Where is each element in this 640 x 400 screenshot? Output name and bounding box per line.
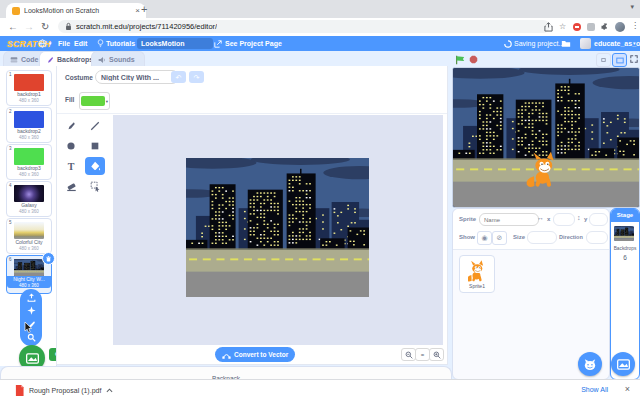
sprite-name-input[interactable] — [479, 213, 539, 226]
small-stage-button[interactable] — [596, 53, 611, 67]
backdrop-add-icon — [617, 359, 630, 370]
stop-icon[interactable] — [469, 55, 478, 64]
bookmark-star-icon[interactable]: ☆ — [559, 22, 566, 31]
costume-name-input[interactable] — [95, 70, 179, 84]
scratch-header: SCRATCH ▾ File Edit Tutorials See Projec… — [0, 36, 640, 51]
circle-tool[interactable] — [61, 137, 81, 155]
backdrop-thumb-night-city — [14, 259, 44, 276]
line-tool-icon — [90, 121, 100, 131]
backdrops-count-label: Backdrops — [611, 246, 639, 251]
eraser-tool-icon — [66, 181, 77, 192]
saving-spinner-icon — [504, 40, 512, 48]
language-globe-icon[interactable] — [38, 39, 47, 48]
redo-button[interactable]: ↷ — [189, 71, 204, 83]
delete-backdrop-button[interactable] — [42, 252, 55, 265]
canvas-backdrop-image[interactable] — [186, 158, 369, 297]
sprite-tile[interactable]: Sprite1 — [459, 255, 495, 293]
add-sprite-button[interactable] — [578, 352, 602, 376]
tabstrip-caret-icon[interactable]: ▾ — [630, 3, 634, 11]
circle-tool-icon — [66, 141, 76, 151]
stage-selector-header: Stage — [611, 209, 639, 222]
text-tool[interactable]: T — [61, 157, 81, 175]
show-hidden-button[interactable]: ⊘ — [492, 231, 507, 245]
lock-icon[interactable] — [65, 22, 72, 31]
large-stage-button[interactable] — [612, 53, 627, 67]
upload-backdrop-icon[interactable] — [27, 293, 36, 302]
show-visible-button[interactable]: ◉ — [477, 231, 492, 245]
see-project-page-link[interactable]: See Project Page — [225, 40, 282, 47]
project-name-input[interactable] — [137, 38, 213, 49]
tab-title: LooksMotion on Scratch — [24, 7, 131, 14]
globe-caret-icon: ▾ — [49, 40, 52, 46]
x-input[interactable] — [553, 213, 575, 226]
green-flag-icon[interactable] — [455, 55, 465, 65]
menu-file[interactable]: File — [58, 40, 70, 47]
fullscreen-button[interactable] — [628, 53, 640, 65]
backdrop-tile-2[interactable]: 2 backdrop2 480 x 360 — [6, 107, 52, 143]
see-project-page-icon — [214, 40, 222, 48]
backdrop-tile-4[interactable]: 4 Galaxy 480 x 360 — [6, 181, 52, 217]
backdrops-count: 6 — [611, 254, 639, 261]
fill-swatch[interactable]: ▾ — [79, 92, 110, 110]
brush-tool-icon — [66, 121, 76, 131]
rectangle-tool-icon — [90, 141, 100, 151]
menu-kebab-icon[interactable]: ⋮ — [631, 21, 639, 30]
download-shelf: Rough Proposal (1).pdf Show All × — [0, 379, 640, 400]
select-tool[interactable] — [85, 177, 105, 195]
direction-input[interactable] — [586, 231, 608, 244]
browser-tab[interactable]: LooksMotion on Scratch × — [6, 3, 146, 18]
eraser-tool[interactable] — [61, 177, 81, 195]
x-arrows-icon: ↔ — [537, 214, 544, 221]
back-icon[interactable]: ← — [8, 21, 18, 32]
mouse-cursor-icon — [24, 322, 33, 334]
address-bar[interactable]: scratch.mit.edu/projects/711420956/edito… — [58, 20, 550, 33]
download-item[interactable]: Rough Proposal (1).pdf — [10, 383, 118, 398]
menu-tutorials[interactable]: Tutorials — [106, 40, 135, 47]
add-backdrop-button[interactable] — [611, 352, 635, 376]
tutorials-bulb-icon — [97, 39, 104, 48]
zoom-in-button[interactable] — [429, 348, 444, 361]
fill-tool-selected[interactable] — [85, 157, 105, 175]
extensions-puzzle-icon[interactable] — [600, 22, 609, 31]
browser-toolbar: ← → ↻ scratch.mit.edu/projects/711420956… — [0, 18, 640, 37]
tab-sounds[interactable]: Sounds — [91, 51, 145, 67]
forward-icon[interactable]: → — [24, 21, 34, 32]
tab-code-label: Code — [21, 56, 39, 63]
tab-backdrops-label: Backdrops — [57, 56, 93, 63]
backpack-bar[interactable]: Backpack — [0, 366, 452, 380]
search-backdrop-icon[interactable] — [27, 333, 36, 342]
show-label: Show — [459, 234, 475, 240]
brush-tool[interactable] — [61, 117, 81, 135]
extension-red-icon[interactable] — [573, 23, 581, 31]
x-label: x — [547, 216, 550, 222]
show-all-link[interactable]: Show All — [581, 386, 608, 393]
reload-icon[interactable]: ↻ — [41, 21, 49, 32]
backdrop-tile-5[interactable]: 5 Colorful City 480 x 360 — [6, 218, 52, 254]
line-tool[interactable] — [85, 117, 105, 135]
download-expand-caret-icon[interactable] — [106, 388, 113, 393]
rectangle-tool[interactable] — [85, 137, 105, 155]
zoom-reset-button[interactable]: = — [415, 348, 430, 361]
folder-icon[interactable] — [561, 39, 571, 48]
share-icon[interactable] — [544, 22, 553, 32]
new-tab-button[interactable]: + — [141, 3, 147, 15]
extension-gray-icon[interactable] — [587, 23, 595, 31]
backdrop-tile-1[interactable]: 1 backdrop1 480 x 360 — [6, 70, 52, 106]
y-input[interactable] — [589, 213, 608, 226]
cat-add-icon — [583, 358, 597, 371]
undo-button[interactable]: ↶ — [171, 71, 186, 83]
zoom-out-button[interactable] — [401, 348, 416, 361]
swatch-caret-icon: ▾ — [106, 99, 108, 104]
backdrop-tile-3[interactable]: 3 backdrop3 480 x 360 — [6, 144, 52, 180]
profile-avatar[interactable] — [615, 22, 625, 32]
select-tool-icon — [90, 181, 101, 192]
size-input[interactable] — [527, 231, 557, 244]
convert-to-vector-button[interactable]: Convert to Vector — [215, 347, 295, 362]
menu-edit[interactable]: Edit — [74, 40, 87, 47]
surprise-backdrop-icon[interactable] — [27, 306, 36, 315]
tab-close-icon[interactable]: × — [135, 6, 140, 15]
saving-status: Saving project... — [514, 40, 564, 47]
user-avatar[interactable] — [580, 38, 591, 49]
close-downloads-button[interactable]: × — [625, 384, 630, 394]
stage-viewport[interactable] — [452, 67, 640, 208]
